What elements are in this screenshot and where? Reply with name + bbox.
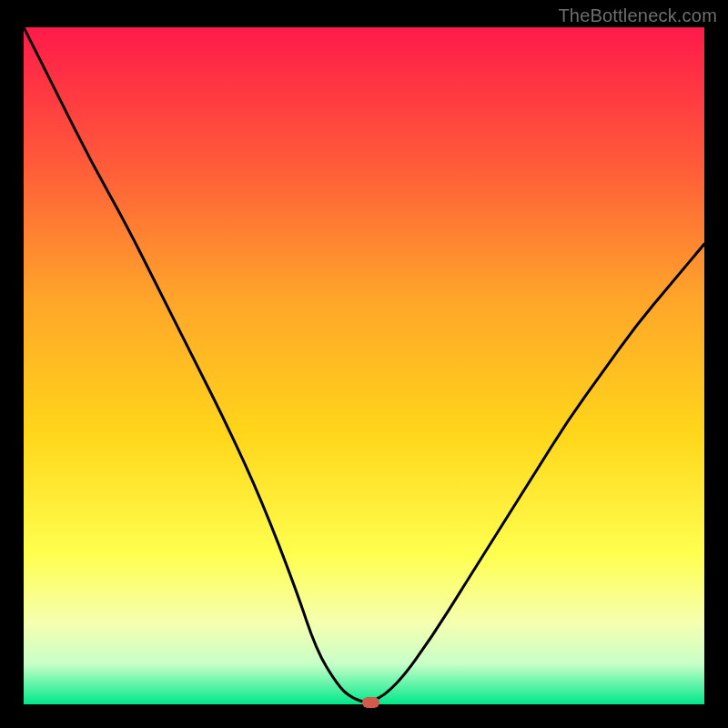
chart-svg [24,27,704,704]
watermark-text: TheBottleneck.com [558,5,717,26]
plot-area [24,27,704,704]
chart-frame: TheBottleneck.com [0,0,728,728]
gradient-rect [24,27,704,704]
optimum-marker [362,697,379,708]
